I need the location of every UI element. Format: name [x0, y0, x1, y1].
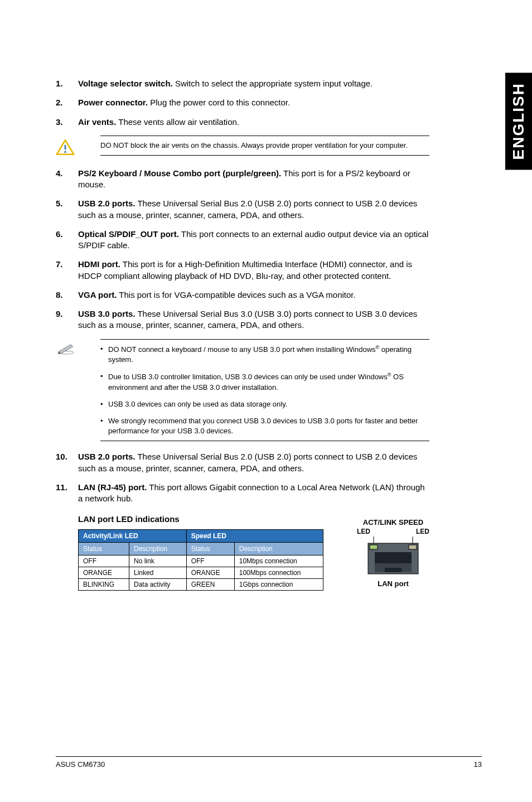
info-bullet: USB 3.0 devices can only be used as data… [100, 399, 429, 409]
item-body: Optical S/PDIF_OUT port. This port conne… [78, 229, 429, 252]
table-header-group: Activity/Link LED [79, 530, 187, 543]
info-bullets: DO NOT connect a keyboard / mouse to any… [100, 344, 429, 437]
footer-product: ASUS CM6730 [56, 760, 105, 769]
list-item: 9. USB 3.0 ports. These Universal Serial… [56, 308, 429, 331]
list-item: 4. PS/2 Keyboard / Mouse Combo port (pur… [56, 168, 429, 191]
table-cell: 10Mbps connection [234, 555, 323, 567]
item-number: 4. [56, 168, 78, 191]
item-bold: LAN (RJ-45) port. [78, 482, 147, 492]
lan-led-table: Activity/Link LED Speed LED Status Descr… [78, 529, 323, 591]
item-body: Air vents. These vents allow air ventila… [78, 117, 429, 128]
item-number: 9. [56, 308, 78, 331]
table-row: ORANGE Linked ORANGE 100Mbps connection [79, 567, 323, 579]
lan-info-row: Activity/Link LED Speed LED Status Descr… [78, 529, 429, 591]
item-bold: HDMI port. [78, 259, 120, 269]
info-bullet: DO NOT connect a keyboard / mouse to any… [100, 344, 429, 365]
table-cell: Linked [129, 567, 187, 579]
list-item: 5. USB 2.0 ports. These Universal Serial… [56, 198, 429, 221]
table-cell: GREEN [186, 579, 234, 591]
item-number: 5. [56, 198, 78, 221]
table-header-group: Speed LED [186, 530, 323, 543]
table-cell: BLINKING [79, 579, 129, 591]
item-number: 8. [56, 289, 78, 301]
warning-note: DO NOT block the air vents on the chassi… [56, 136, 429, 158]
info-bullet: Due to USB 3.0 controller limitation, US… [100, 371, 429, 393]
item-body: Power connector. Plug the power cord to … [78, 97, 429, 108]
table-row: BLINKING Data activity GREEN 1Gbps conne… [79, 579, 323, 591]
item-bold: USB 3.0 ports. [78, 309, 136, 318]
svg-rect-6 [370, 545, 378, 549]
item-bold: USB 2.0 ports. [78, 199, 136, 208]
table-header-sub: Status [186, 543, 234, 555]
list-item: 8. VGA port. This port is for VGA-compat… [56, 289, 429, 301]
item-number: 10. [56, 451, 78, 474]
table-row: OFF No link OFF 10Mbps connection [79, 555, 323, 567]
item-bold: Air vents. [78, 117, 116, 127]
list-item: 1. Voltage selector switch. Switch to se… [56, 78, 429, 89]
item-text: Plug the power cord to this connector. [148, 98, 290, 107]
svg-rect-8 [375, 552, 412, 563]
list-item: 3. Air vents. These vents allow air vent… [56, 117, 429, 128]
item-number: 11. [56, 482, 78, 505]
svg-rect-7 [409, 545, 417, 549]
item-number: 1. [56, 78, 78, 89]
item-body: USB 2.0 ports. These Universal Serial Bu… [78, 198, 429, 221]
item-bold: Voltage selector switch. [78, 79, 173, 88]
language-tab: ENGLISH [505, 73, 532, 170]
led-label-left: LED [357, 528, 370, 535]
diagram-title: ACT/LINK SPEED [357, 518, 429, 526]
item-bold: Power connector. [78, 98, 148, 107]
item-text: This port is for a High-Definition Multi… [78, 259, 412, 280]
list-item: 6. Optical S/PDIF_OUT port. This port co… [56, 229, 429, 252]
footer-page-number: 13 [474, 760, 482, 769]
warning-text: DO NOT block the air vents on the chassi… [100, 136, 429, 156]
item-text: This port is for VGA-compatible devices … [117, 290, 355, 299]
item-number: 2. [56, 97, 78, 108]
list-item: 11. LAN (RJ-45) port. This port allows G… [56, 482, 429, 505]
table-cell: 1Gbps connection [234, 579, 323, 591]
item-text: Switch to select the appropriate system … [173, 79, 373, 88]
table-cell: OFF [186, 555, 234, 567]
table-cell: No link [129, 555, 187, 567]
table-cell: 100Mbps connection [234, 567, 323, 579]
table-header-sub: Description [129, 543, 187, 555]
table-cell: OFF [79, 555, 129, 567]
caution-icon [56, 139, 78, 158]
item-number: 3. [56, 117, 78, 128]
svg-point-1 [64, 151, 66, 153]
item-bold: USB 2.0 ports. [78, 452, 136, 461]
info-text: DO NOT connect a keyboard / mouse to any… [100, 339, 429, 442]
diagram-caption: LAN port [357, 579, 429, 588]
page-content: 1. Voltage selector switch. Switch to se… [0, 0, 480, 591]
lan-port-diagram: ACT/LINK SPEED LED LED LAN port [357, 518, 429, 588]
table-header-sub: Description [234, 543, 323, 555]
item-number: 6. [56, 229, 78, 252]
page-footer: ASUS CM6730 13 [56, 756, 482, 769]
item-body: Voltage selector switch. Switch to selec… [78, 78, 429, 89]
item-body: USB 2.0 ports. These Universal Serial Bu… [78, 451, 429, 474]
list-item: 7. HDMI port. This port is for a High-De… [56, 259, 429, 282]
pencil-icon [56, 342, 78, 357]
table-cell: Data activity [129, 579, 187, 591]
item-number: 7. [56, 259, 78, 282]
table-cell: ORANGE [186, 567, 234, 579]
item-body: HDMI port. This port is for a High-Defin… [78, 259, 429, 282]
item-bold: Optical S/PDIF_OUT port. [78, 229, 179, 239]
led-label-right: LED [416, 528, 429, 535]
rj45-port-icon [362, 537, 424, 576]
item-body: VGA port. This port is for VGA-compatibl… [78, 289, 429, 301]
item-bold: VGA port. [78, 290, 117, 299]
info-note: DO NOT connect a keyboard / mouse to any… [56, 339, 429, 442]
item-body: LAN (RJ-45) port. This port allows Gigab… [78, 482, 429, 505]
item-body: PS/2 Keyboard / Mouse Combo port (purple… [78, 168, 429, 191]
item-bold: PS/2 Keyboard / Mouse Combo port (purple… [78, 168, 281, 178]
table-cell: ORANGE [79, 567, 129, 579]
list-item: 10. USB 2.0 ports. These Universal Seria… [56, 451, 429, 474]
list-item: 2. Power connector. Plug the power cord … [56, 97, 429, 108]
item-text: These vents allow air ventilation. [116, 117, 239, 127]
svg-rect-10 [385, 568, 402, 572]
item-body: USB 3.0 ports. These Universal Serial Bu… [78, 308, 429, 331]
table-header-sub: Status [79, 543, 129, 555]
diagram-led-labels: LED LED [357, 528, 429, 535]
info-bullet: We strongly recommend that you connect U… [100, 416, 429, 436]
